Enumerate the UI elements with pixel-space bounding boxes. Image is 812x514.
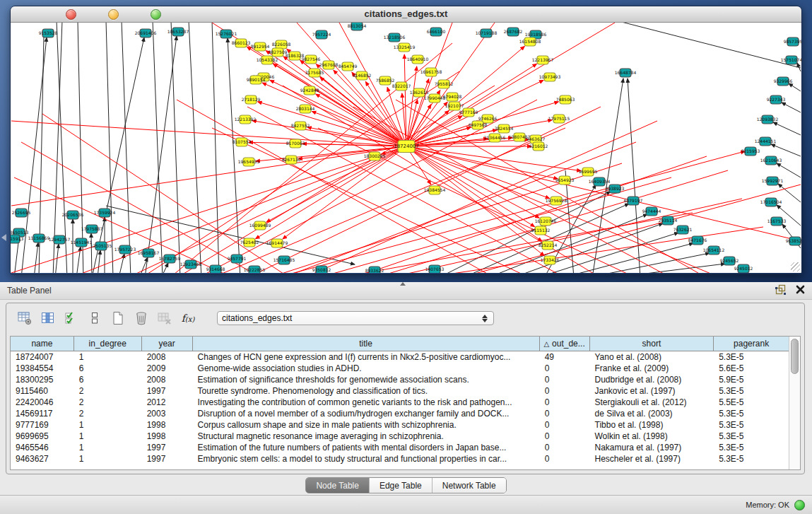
column-header-out_de[interactable]: △out_de... — [540, 337, 590, 351]
table-row[interactable]: 946554611997Estimation of the future num… — [11, 442, 789, 453]
network-edge[interactable] — [304, 121, 657, 273]
column-header-in_degree[interactable]: in_degree — [74, 337, 142, 351]
table-cell[interactable]: 5.3E-5 — [714, 420, 789, 430]
table-cell[interactable]: Corpus callosum shape and size in male p… — [193, 420, 540, 430]
table-cell[interactable]: 9777169 — [11, 420, 74, 430]
function-builder-button[interactable]: f(x) — [178, 308, 198, 328]
table-cell[interactable]: 5.3E-5 — [714, 443, 789, 452]
network-edge[interactable] — [106, 23, 113, 273]
network-edge[interactable] — [406, 146, 535, 227]
table-cell[interactable]: 5.6E-5 — [714, 363, 789, 373]
table-cell[interactable]: 6 — [74, 363, 142, 373]
tab-network-table[interactable]: Network Table — [433, 478, 506, 493]
table-cell[interactable]: Estimation of the future numbers of pati… — [193, 443, 540, 452]
table-row[interactable]: 1872400712008Changes of HCN gene express… — [11, 351, 789, 363]
network-edge[interactable] — [276, 151, 745, 273]
create-column-button[interactable] — [108, 308, 128, 328]
table-cell[interactable]: 1998 — [142, 420, 193, 430]
table-cell[interactable]: 0 — [540, 431, 590, 441]
table-cell[interactable]: 2 — [74, 409, 142, 419]
table-cell[interactable]: 5.5E-5 — [714, 397, 789, 407]
network-edge[interactable] — [262, 83, 406, 146]
table-cell[interactable]: 1 — [74, 454, 142, 464]
table-cell[interactable]: Nakamura et al. (1997) — [590, 443, 714, 452]
table-cell[interactable]: 2 — [74, 397, 142, 407]
table-cell[interactable]: 0 — [540, 386, 590, 396]
column-header-title[interactable]: title — [193, 337, 540, 351]
column-header-name[interactable]: name — [11, 337, 74, 351]
table-cell[interactable]: 1997 — [142, 386, 193, 396]
table-cell[interactable]: 2008 — [142, 375, 193, 385]
table-cell[interactable]: Jankovic et al. (1997) — [590, 386, 714, 396]
network-edge[interactable] — [389, 199, 742, 273]
network-edge[interactable] — [771, 144, 801, 156]
table-cell[interactable]: 1998 — [142, 431, 193, 441]
table-cell[interactable]: Wolkin et al. (1998) — [590, 431, 714, 441]
network-edge[interactable] — [782, 103, 801, 112]
delete-columns-button[interactable] — [131, 308, 151, 328]
table-cell[interactable]: 0 — [540, 363, 590, 373]
scrollbar-thumb[interactable] — [791, 339, 799, 374]
table-cell[interactable]: 22420046 — [11, 397, 74, 407]
table-cell[interactable]: 0 — [540, 375, 590, 385]
table-cell[interactable]: 1997 — [142, 454, 193, 464]
table-cell[interactable]: 19384554 — [11, 363, 74, 373]
table-cell[interactable]: 5.3E-5 — [714, 431, 789, 441]
table-cell[interactable]: 5.3E-5 — [714, 352, 789, 362]
table-row[interactable]: 969969511998Structural magnetic resonanc… — [11, 431, 789, 442]
table-cell[interactable]: 5.3E-5 — [714, 386, 789, 396]
select-columns-button[interactable] — [61, 308, 81, 328]
network-edge[interactable] — [608, 23, 801, 68]
window-resize-grip[interactable] — [791, 262, 800, 271]
network-edge[interactable] — [98, 250, 100, 273]
column-header-year[interactable]: year — [142, 337, 193, 351]
network-edge[interactable] — [611, 264, 725, 273]
table-cell[interactable]: Tourette syndrome. Phenomenology and cla… — [193, 386, 540, 396]
network-edge[interactable] — [78, 23, 83, 273]
network-edge[interactable] — [170, 43, 452, 273]
close-panel-icon[interactable] — [796, 284, 805, 297]
tab-edge-table[interactable]: Edge Table — [370, 478, 433, 493]
table-cell[interactable]: Disruption of a novel member of a sodium… — [193, 409, 540, 419]
table-cell[interactable]: 14569117 — [11, 409, 74, 419]
table-cell[interactable]: 2012 — [142, 397, 193, 407]
column-header-pagerank[interactable]: pagerank — [714, 337, 789, 351]
table-cell[interactable]: 2 — [74, 386, 142, 396]
table-cell[interactable]: 9465546 — [11, 443, 74, 452]
network-edge[interactable] — [777, 163, 801, 177]
network-edge[interactable] — [11, 146, 406, 273]
table-cell[interactable]: 9463627 — [11, 454, 74, 464]
table-cell[interactable]: Tibbo et al. (1998) — [590, 420, 714, 430]
table-cell[interactable]: 0 — [540, 443, 590, 452]
table-cell[interactable]: Investigating the contribution of common… — [193, 397, 540, 407]
table-cell[interactable]: 1 — [74, 352, 142, 362]
network-edge[interactable] — [11, 146, 406, 206]
table-row[interactable]: 1938455462009Genome-wide association stu… — [11, 363, 789, 374]
panel-collapse-arrow[interactable] — [1, 234, 6, 241]
network-edge[interactable] — [256, 146, 406, 239]
network-graph[interactable]: 9153528206914061065328715276021881305479… — [11, 23, 801, 273]
network-edge[interactable] — [177, 86, 495, 273]
table-row[interactable]: 911546021997Tourette syndrome. Phenomeno… — [11, 385, 789, 397]
table-cell[interactable]: Hescheler et al. (1997) — [590, 454, 714, 464]
table-cell[interactable]: 2003 — [142, 409, 193, 419]
network-edge[interactable] — [252, 121, 406, 146]
network-edge[interactable] — [189, 23, 201, 273]
table-cell[interactable]: 0 — [540, 420, 590, 430]
tab-node-table[interactable]: Node Table — [306, 478, 370, 493]
table-selector-dropdown[interactable]: citations_edges.txt — [217, 311, 494, 325]
table-cell[interactable]: 9115460 — [11, 386, 74, 396]
table-cell[interactable]: 18300295 — [11, 375, 74, 385]
table-cell[interactable]: de Silva et al. (2003) — [590, 409, 714, 419]
table-cell[interactable]: 5.3E-5 — [714, 409, 789, 419]
network-edge[interactable] — [789, 83, 801, 91]
table-cell[interactable]: Changes of HCN gene expression and I(f) … — [193, 352, 540, 362]
table-cell[interactable]: Yano et al. (2008) — [590, 352, 714, 362]
table-cell[interactable]: Franke et al. (2009) — [590, 363, 714, 373]
table-cell[interactable]: 49 — [540, 352, 590, 362]
table-cell[interactable]: 1 — [74, 420, 142, 430]
table-cell[interactable]: Genome-wide association studies in ADHD. — [193, 363, 540, 373]
table-cell[interactable]: 0 — [540, 409, 590, 419]
table-cell[interactable]: 1997 — [142, 443, 193, 452]
table-cell[interactable]: Embryonic stem cells: a model to study s… — [193, 454, 540, 464]
